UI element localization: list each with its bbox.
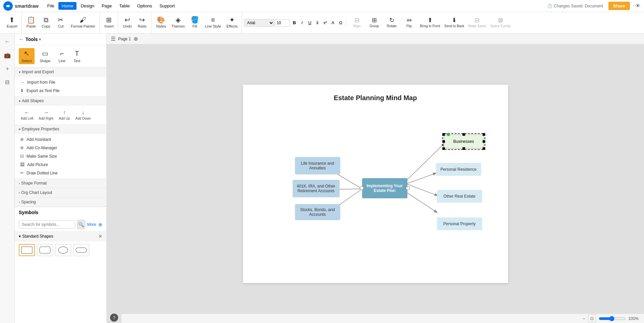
shape-circle[interactable]: [55, 244, 71, 256]
zoom-slider[interactable]: [599, 316, 626, 321]
send-to-back-button[interactable]: ⬇ Send to Back: [442, 13, 466, 32]
shape-tool-button[interactable]: ▭ Shape: [37, 48, 53, 64]
align-button[interactable]: ⊟ Align: [348, 13, 365, 32]
org-chart-layout-section-header[interactable]: › Org Chart Layout: [15, 188, 106, 197]
canvas-area[interactable]: ☰ Page 1 ⊕ Estate Planning Mind Map: [107, 34, 644, 323]
fill-button[interactable]: 🪣 Fill: [187, 13, 202, 32]
canvas-background[interactable]: Estate Planning Mind Map: [107, 44, 644, 323]
undo-button[interactable]: ↩ Undo: [120, 13, 135, 32]
cut-button[interactable]: ✂ Cut: [53, 13, 68, 32]
bring-to-front-button[interactable]: ⬆ Bring to Front: [418, 13, 442, 32]
shape-rectangle[interactable]: [19, 244, 35, 256]
font-size-input[interactable]: [275, 19, 290, 27]
share-button[interactable]: Share: [608, 2, 630, 10]
tools-dropdown-arrow[interactable]: ▾: [39, 37, 41, 42]
node-stocks[interactable]: Stocks, Bonds, and Accounts: [295, 204, 340, 220]
font-color-button[interactable]: Ω: [337, 19, 344, 27]
nav-options[interactable]: Options: [134, 2, 155, 10]
more-symbols-link[interactable]: More: [87, 222, 96, 227]
node-life-insurance[interactable]: Life Insurance and Annuities: [295, 157, 340, 174]
node-retirement[interactable]: 401K, IRA, and Other Retirement Accounts: [293, 180, 340, 197]
nav-file[interactable]: File: [44, 2, 58, 10]
shape-rounded-rectangle[interactable]: [37, 244, 53, 256]
spacing-chevron: ›: [19, 200, 20, 204]
add-shapes-row: ← Add Left → Add Right ↑ Add Up ↓ Add Do…: [15, 106, 106, 124]
node-personal-property[interactable]: Personal Property: [437, 217, 482, 230]
nav-home[interactable]: Home: [58, 2, 77, 10]
sidebar-back-button[interactable]: ←: [2, 36, 13, 47]
make-same-size-item[interactable]: ⊟ Make Same Size: [19, 152, 102, 160]
paste-button[interactable]: 📋 Paste: [24, 13, 39, 32]
page-menu-button[interactable]: ☰: [111, 36, 115, 42]
make-same-button[interactable]: ⊟ Make Same: [466, 13, 488, 32]
standard-shapes-close-button[interactable]: ✕: [98, 234, 102, 239]
sidebar-layers-icon[interactable]: ⊟: [2, 77, 13, 87]
import-from-file-item[interactable]: → Import from File: [19, 78, 102, 86]
draw-dotted-line-item[interactable]: ✏ Draw Dotted Line: [19, 169, 102, 177]
effects-button[interactable]: ✦ Effects: [224, 13, 240, 32]
add-co-manager-item[interactable]: ⊕ Add Co-Manager: [19, 144, 102, 152]
strikethrough-button[interactable]: x̄: [314, 19, 321, 27]
nav-table[interactable]: Table: [116, 2, 133, 10]
nav-design[interactable]: Design: [77, 2, 97, 10]
symbols-search-button[interactable]: 🔍: [77, 220, 85, 229]
import-export-section-header[interactable]: ▾ Import and Export: [15, 67, 106, 77]
fit-page-button[interactable]: ⊡: [588, 315, 596, 323]
superscript-button[interactable]: x²: [321, 19, 329, 27]
app-logo[interactable]: smartdraw: [3, 1, 39, 11]
add-picture-item[interactable]: 🖼 Add Picture: [19, 160, 102, 169]
preview-icon[interactable]: 👁: [635, 3, 641, 9]
toolbar-undo-group: ↩ Undo ↪ Redo: [119, 12, 151, 33]
space-evenly-button[interactable]: ⊠ Space Evenly: [488, 13, 513, 32]
add-down-button[interactable]: ↓ Add Down: [73, 108, 93, 122]
node-center[interactable]: Implementing YourEstate Plan: [362, 178, 407, 198]
underline-button[interactable]: U: [306, 19, 313, 27]
line-tool-button[interactable]: ⌐ Line: [56, 48, 68, 64]
text-tool-button[interactable]: T Text: [71, 48, 83, 64]
copy-button[interactable]: ⧉ Copy: [39, 13, 53, 32]
align-icon: ⊟: [354, 17, 359, 23]
shape-pill[interactable]: [73, 244, 89, 256]
add-shapes-section-header[interactable]: ▾ Add Shapes: [15, 96, 106, 106]
add-left-button[interactable]: ← Add Left: [19, 108, 35, 122]
symbols-search-input[interactable]: [19, 220, 75, 229]
format-painter-button[interactable]: 🖌 Format Painter: [68, 13, 98, 32]
effects-icon: ✦: [229, 16, 235, 23]
main-layout: ← 💼 ＋ ⊟ ← Tools ▾ ↖ Select ▭ Shape ⌐ Lin…: [0, 34, 644, 323]
nav-page[interactable]: Page: [98, 2, 115, 10]
bold-button[interactable]: B: [291, 19, 298, 27]
insert-button[interactable]: ⊞ Insert: [102, 13, 116, 32]
add-up-button[interactable]: ↑ Add Up: [57, 108, 72, 122]
export-button[interactable]: ⬆ Export: [4, 13, 20, 32]
shape-format-section-header[interactable]: › Shape Format: [15, 178, 106, 188]
themes-button[interactable]: ◈ Themes: [169, 13, 188, 32]
add-right-button[interactable]: → Add Right: [37, 108, 55, 122]
export-as-text-item[interactable]: ⬇ Export as Text File: [19, 86, 102, 95]
spacing-section-header[interactable]: › Spacing: [15, 197, 106, 207]
group-button[interactable]: ⊞ Group: [365, 13, 383, 32]
add-assistant-item[interactable]: ⊕ Add Assistant: [19, 135, 102, 144]
sidebar-briefcase-icon[interactable]: 💼: [2, 50, 13, 60]
line-style-button[interactable]: ≡ Line Style: [202, 13, 224, 32]
node-personal-residence[interactable]: Personal Residence: [436, 163, 481, 176]
select-tool-button[interactable]: ↖ Select: [19, 48, 35, 64]
highlight-button[interactable]: A: [329, 19, 337, 27]
rotate-button[interactable]: ↻ Rotate: [383, 13, 400, 32]
employee-props-section-header[interactable]: ▾ Employee Properties: [15, 124, 106, 134]
sidebar-add-icon[interactable]: ＋: [2, 63, 13, 74]
flip-button[interactable]: ⇔ Flip: [400, 13, 418, 32]
font-family-select[interactable]: Arial: [244, 19, 274, 27]
page-settings-button[interactable]: ⊕: [134, 36, 138, 42]
node-other-real-estate[interactable]: Other Real Estate: [437, 190, 482, 203]
space-evenly-icon: ⊠: [498, 17, 503, 23]
node-businesses[interactable]: Businesses: [444, 134, 484, 149]
toolbar: ⬆ Export 📋 Paste ⧉ Copy ✂ Cut 🖌 Format P…: [0, 12, 644, 34]
nav-support[interactable]: Support: [156, 2, 178, 10]
styles-button[interactable]: 🎨 Styles: [153, 13, 169, 32]
redo-button[interactable]: ↪ Redo: [135, 13, 150, 32]
zoom-out-button[interactable]: −: [583, 316, 585, 321]
italic-button[interactable]: I: [298, 19, 306, 27]
help-button[interactable]: ?: [110, 314, 118, 322]
more-symbols-icon[interactable]: ⊕: [98, 222, 102, 227]
tools-back-button[interactable]: ←: [19, 36, 24, 42]
